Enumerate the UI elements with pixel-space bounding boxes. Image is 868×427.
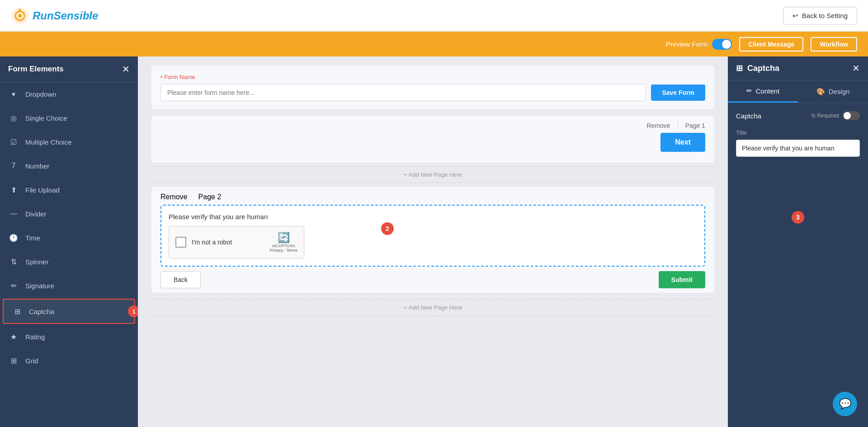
sidebar-item-label: Single Choice [25, 114, 67, 122]
svg-point-2 [18, 14, 22, 18]
left-sidebar: Form Elements ✕ ▾ Dropdown ◎ Single Choi… [0, 56, 138, 427]
captcha-icon: ⊞ [12, 306, 23, 317]
recaptcha-left: I'm not a robot [175, 237, 232, 248]
right-panel-tabs: ✏ Content 🎨 Design [728, 80, 868, 103]
back-to-setting-button[interactable]: ↩ Back to Setting [783, 7, 857, 25]
page1-actions: Remove Page 1 [151, 116, 714, 133]
client-message-button[interactable]: Client Message [739, 37, 803, 52]
sidebar-item-rating[interactable]: ★ Rating [0, 325, 138, 349]
sidebar-item-label: Dropdown [25, 90, 56, 98]
sidebar-item-time[interactable]: 🕐 Time [0, 226, 138, 250]
sidebar-item-label: Spinner [25, 258, 49, 266]
dropdown-icon: ▾ [8, 89, 19, 99]
design-tab-icon: 🎨 [816, 88, 825, 96]
recaptcha-widget[interactable]: I'm not a robot 🔄 reCAPTCHA Privacy · Te… [169, 226, 304, 258]
is-required-label: Is Required [811, 113, 839, 119]
captcha-title: Please verify that you are human [169, 213, 697, 221]
svg-point-3 [19, 9, 21, 12]
sidebar-item-spinner[interactable]: ⇅ Spinner [0, 250, 138, 274]
form-name-input[interactable] [160, 84, 646, 101]
sidebar-item-label: Grid [25, 357, 38, 365]
sidebar-item-file-upload[interactable]: ⬆ File Upload [0, 178, 138, 202]
recaptcha-checkbox[interactable] [175, 237, 186, 248]
divider-icon: — [8, 208, 19, 219]
file-upload-icon: ⬆ [8, 184, 19, 195]
captcha-element-box[interactable]: Please verify that you are human I'm not… [160, 205, 705, 267]
grid-icon: ⊞ [8, 355, 19, 366]
main-layout: Form Elements ✕ ▾ Dropdown ◎ Single Choi… [0, 56, 868, 427]
page2-container: Remove Page 2 Please verify that you are… [151, 187, 714, 293]
page2-remove-button[interactable]: Remove [160, 193, 188, 201]
save-form-button[interactable]: Save Form [651, 84, 705, 101]
page2-actions-row: Remove Page 2 [151, 187, 714, 205]
is-required-area: Is Required [811, 111, 860, 120]
back-button[interactable]: Back [160, 271, 201, 288]
single-choice-icon: ◎ [8, 113, 19, 123]
chat-bubble-button[interactable]: 💬 [833, 392, 857, 416]
right-panel-close-button[interactable]: ✕ [852, 63, 860, 74]
tab-content[interactable]: ✏ Content [728, 80, 798, 103]
page1-remove-button[interactable]: Remove [646, 122, 670, 129]
right-panel-content: Captcha Is Required Title 3 [728, 103, 868, 427]
page1-divider [678, 122, 678, 129]
badge-3: 3 [792, 211, 804, 224]
right-panel: ⊞ Captcha ✕ ✏ Content 🎨 Design Captcha I… [728, 56, 868, 427]
tab-design[interactable]: 🎨 Design [798, 80, 868, 103]
preview-form-area: Preview Form [666, 39, 732, 50]
sidebar-item-number[interactable]: 7 Number [0, 154, 138, 178]
design-tab-label: Design [829, 88, 850, 95]
sidebar-item-label: Number [25, 162, 49, 170]
form-elements-title: Form Elements [8, 65, 64, 74]
recaptcha-icon: 🔄 [278, 232, 290, 244]
sidebar-item-grid[interactable]: ⊞ Grid [0, 349, 138, 373]
chat-icon: 💬 [839, 398, 851, 410]
preview-form-toggle[interactable] [712, 39, 732, 50]
recaptcha-logo: 🔄 reCAPTCHA Privacy · Terms [270, 232, 297, 253]
sidebar-item-divider[interactable]: — Divider [0, 202, 138, 226]
form-name-row: Save Form [160, 84, 705, 101]
back-arrow-icon: ↩ [793, 12, 798, 20]
spinner-icon: ⇅ [8, 256, 19, 267]
preview-form-label: Preview Form [666, 40, 708, 48]
sidebar-close-button[interactable]: ✕ [122, 64, 130, 75]
next-button[interactable]: Next [660, 133, 705, 152]
add-page-2-button[interactable]: + Add New Page Here [151, 299, 714, 316]
sidebar-item-label: Signature [25, 282, 54, 290]
title-field-input[interactable] [736, 140, 860, 157]
orange-bar: Preview Form Client Message Workflow [0, 32, 868, 56]
badge-2: 2 [381, 222, 394, 235]
sidebar-item-captcha[interactable]: ⊞ Captcha 1 [3, 299, 135, 324]
is-required-toggle[interactable] [843, 111, 860, 120]
recaptcha-sub2: Privacy · Terms [270, 248, 297, 253]
sidebar-item-label: Captcha [29, 308, 54, 315]
page1-container: Remove Page 1 Next [151, 116, 714, 163]
sidebar-item-label: File Upload [25, 186, 60, 194]
right-panel-header: ⊞ Captcha ✕ [728, 56, 868, 80]
rating-icon: ★ [8, 331, 19, 342]
page1-label: Page 1 [685, 122, 705, 129]
add-page-1-button[interactable]: + Add New Page Here [151, 166, 714, 183]
logo-icon [11, 7, 29, 25]
recaptcha-sub1: reCAPTCHA [272, 244, 295, 248]
sidebar-header: Form Elements ✕ [0, 56, 138, 82]
logo-text: RunSensible [33, 9, 98, 22]
workflow-button[interactable]: Workflow [811, 37, 857, 52]
badge-1: 1 [128, 305, 138, 317]
submit-button[interactable]: Submit [659, 271, 705, 288]
title-field-label: Title [736, 129, 860, 136]
content-tab-label: Content [756, 87, 780, 95]
multiple-choice-icon: ☑ [8, 136, 19, 147]
form-bottom-buttons: Back Submit [151, 267, 714, 288]
back-to-setting-label: Back to Setting [802, 12, 848, 19]
sidebar-item-multiple-choice[interactable]: ☑ Multiple Choice [0, 130, 138, 154]
top-header: RunSensible ↩ Back to Setting [0, 0, 868, 32]
time-icon: 🕐 [8, 232, 19, 243]
form-name-section: • Form Name Save Form [151, 66, 714, 109]
sidebar-item-signature[interactable]: ✏ Signature [0, 274, 138, 298]
logo-area: RunSensible [11, 7, 98, 25]
sidebar-item-single-choice[interactable]: ◎ Single Choice [0, 106, 138, 130]
sidebar-item-label: Rating [25, 333, 45, 341]
page1-content: Next [151, 133, 714, 158]
sidebar-item-dropdown[interactable]: ▾ Dropdown [0, 82, 138, 106]
number-icon: 7 [8, 160, 19, 171]
